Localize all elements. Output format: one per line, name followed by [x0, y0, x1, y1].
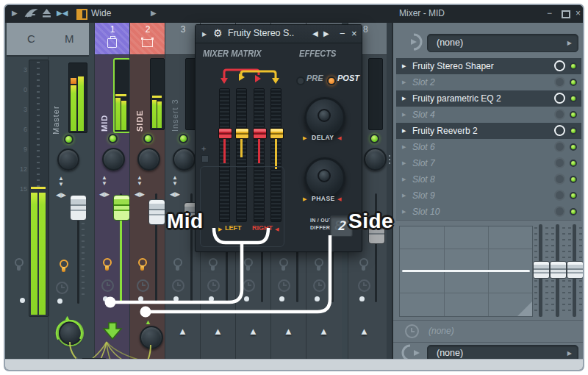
right-arrow-icon: ◀ [275, 226, 279, 232]
matrix-fader-handle-2[interactable] [235, 128, 249, 139]
side-annotation-label: Side [348, 210, 393, 233]
delay-label: DELAY [312, 134, 334, 141]
mid-annotation-label: Mid [167, 210, 204, 233]
post-led[interactable] [327, 76, 336, 85]
matrix-fader-handle-4[interactable] [270, 128, 284, 139]
matrix-fader-handle-1[interactable] [218, 128, 232, 139]
delay-left-arrow: ▶ [303, 135, 306, 141]
matrix-mini-box[interactable] [201, 155, 209, 162]
phase-label: PHASE [312, 195, 335, 202]
window-bottom-edge [5, 359, 583, 371]
right-label: RIGHT [252, 224, 273, 232]
phase-knob[interactable] [304, 157, 345, 199]
difference-value: 2 [338, 218, 347, 233]
matrix-frame [200, 166, 284, 247]
post-label[interactable]: POST [337, 74, 359, 82]
fruity-stereo-shaper-window: ▶ ⚙ Fruity Stereo S.. ◀ ▶ − × MIXER MATR… [195, 24, 362, 252]
pre-led[interactable] [296, 76, 305, 85]
fl-studio-mixer-window: ▶ ▶◀ Wide ▶ Mixer - MID − × C M 30 36 [4, 4, 584, 371]
phase-right-arrow: ◀ [337, 196, 341, 202]
delay-knob[interactable] [304, 97, 345, 138]
pre-label[interactable]: PRE [306, 74, 323, 82]
delay-right-arrow: ◀ [337, 135, 341, 141]
left-label: LEFT [225, 224, 242, 232]
inout-label-1: IN / OUT [310, 218, 332, 223]
matrix-plus-icon[interactable]: + [201, 144, 206, 153]
matrix-fader-handle-3[interactable] [253, 128, 267, 139]
phase-left-arrow: ▶ [303, 196, 306, 202]
left-arrow-icon: ▶ [218, 226, 222, 232]
